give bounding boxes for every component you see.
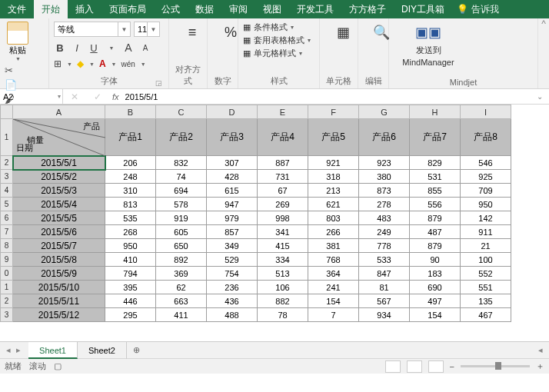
data-cell[interactable]: 979 (207, 211, 258, 225)
data-cell[interactable]: 62 (156, 281, 207, 294)
product-header[interactable]: 产品8 (461, 119, 511, 156)
data-cell[interactable]: 266 (308, 225, 359, 239)
col-header[interactable]: F (308, 105, 359, 119)
col-header[interactable]: E (258, 105, 308, 119)
data-cell[interactable]: 694 (156, 184, 207, 198)
col-header[interactable]: D (207, 105, 258, 119)
data-cell[interactable]: 533 (359, 253, 410, 267)
data-cell[interactable]: 615 (207, 184, 258, 198)
date-cell[interactable]: 2015/5/2 (13, 170, 105, 184)
dialog-launcher-icon[interactable]: ◲ (155, 79, 162, 87)
data-cell[interactable]: 778 (359, 239, 410, 253)
data-cell[interactable]: 488 (207, 308, 258, 322)
data-cell[interactable]: 334 (258, 253, 308, 267)
data-cell[interactable]: 803 (308, 211, 359, 225)
col-header[interactable]: A (13, 105, 105, 119)
paste-button[interactable]: 粘贴 ▼ (5, 22, 31, 61)
data-cell[interactable]: 154 (308, 294, 359, 308)
row-header[interactable]: 1 (1, 281, 13, 294)
data-cell[interactable]: 236 (207, 281, 258, 294)
data-cell[interactable]: 892 (156, 253, 207, 267)
formula-input[interactable]: 2015/5/1 (122, 92, 537, 101)
data-cell[interactable]: 709 (461, 184, 511, 198)
data-cell[interactable]: 74 (156, 170, 207, 184)
data-cell[interactable]: 529 (207, 253, 258, 267)
data-cell[interactable]: 998 (258, 211, 308, 225)
data-cell[interactable]: 341 (258, 225, 308, 239)
data-cell[interactable]: 410 (105, 253, 156, 267)
row-header[interactable]: 4 (1, 184, 13, 198)
data-cell[interactable]: 310 (105, 184, 156, 198)
data-cell[interactable]: 295 (105, 308, 156, 322)
data-cell[interactable]: 605 (156, 225, 207, 239)
sheet-tab-2[interactable]: Sheet2 (78, 342, 127, 359)
name-box[interactable]: A2▾ (0, 89, 63, 105)
zoom-slider[interactable] (461, 365, 530, 367)
data-cell[interactable]: 567 (359, 294, 410, 308)
tab-diy[interactable]: DIY工具箱 (394, 0, 452, 18)
worksheet-grid[interactable]: ABCDEFGHI1 产品销量日期产品1产品2产品3产品4产品5产品6产品7产品… (0, 105, 549, 341)
fx-icon[interactable]: fx (109, 92, 122, 101)
data-cell[interactable]: 415 (258, 239, 308, 253)
increase-font-button[interactable]: A (122, 42, 135, 54)
data-cell[interactable]: 21 (461, 239, 511, 253)
data-cell[interactable]: 364 (308, 267, 359, 281)
tab-developer[interactable]: 开发工具 (289, 0, 341, 18)
data-cell[interactable]: 663 (156, 294, 207, 308)
data-cell[interactable]: 307 (207, 156, 258, 170)
data-cell[interactable]: 395 (105, 281, 156, 294)
data-cell[interactable]: 950 (105, 239, 156, 253)
cell-styles-button[interactable]: ▦单元格样式▾ (243, 48, 314, 59)
tab-home[interactable]: 开始 (34, 0, 68, 18)
data-cell[interactable]: 7 (308, 308, 359, 322)
data-cell[interactable]: 513 (258, 267, 308, 281)
data-cell[interactable]: 873 (359, 184, 410, 198)
row-header[interactable]: 0 (1, 267, 13, 281)
date-cell[interactable]: 2015/5/6 (13, 225, 105, 239)
col-header[interactable]: B (105, 105, 156, 119)
data-cell[interactable]: 67 (258, 184, 308, 198)
tab-file[interactable]: 文件 (0, 0, 34, 18)
data-cell[interactable]: 467 (461, 308, 511, 322)
data-cell[interactable]: 241 (308, 281, 359, 294)
send-to-mindmanager-button[interactable]: ▣▣ 发送到 MindManager (394, 22, 463, 76)
decrease-font-button[interactable]: A (139, 44, 151, 52)
data-cell[interactable]: 556 (410, 198, 461, 211)
row-header[interactable]: 9 (1, 253, 13, 267)
data-cell[interactable]: 546 (461, 156, 511, 170)
row-header[interactable]: 3 (1, 308, 13, 322)
row-header[interactable]: 8 (1, 239, 13, 253)
zoom-out-button[interactable]: − (450, 362, 454, 371)
view-layout-button[interactable] (407, 360, 422, 373)
data-cell[interactable]: 925 (461, 170, 511, 184)
col-header[interactable]: G (359, 105, 410, 119)
data-cell[interactable]: 349 (207, 239, 258, 253)
row-header[interactable]: 7 (1, 225, 13, 239)
product-header[interactable]: 产品6 (359, 119, 410, 156)
add-sheet-button[interactable]: ⊕ (127, 345, 146, 355)
data-cell[interactable]: 690 (410, 281, 461, 294)
col-header[interactable]: C (156, 105, 207, 119)
date-cell[interactable]: 2015/5/1 (13, 156, 105, 170)
data-cell[interactable]: 879 (410, 211, 461, 225)
data-cell[interactable]: 318 (308, 170, 359, 184)
date-cell[interactable]: 2015/5/10 (13, 281, 105, 294)
data-cell[interactable]: 855 (410, 184, 461, 198)
col-header[interactable]: I (461, 105, 511, 119)
col-header[interactable]: H (410, 105, 461, 119)
data-cell[interactable]: 497 (410, 294, 461, 308)
data-cell[interactable]: 268 (105, 225, 156, 239)
data-cell[interactable]: 535 (105, 211, 156, 225)
data-cell[interactable]: 81 (359, 281, 410, 294)
data-cell[interactable]: 381 (308, 239, 359, 253)
tell-me[interactable]: 💡告诉我 (457, 3, 499, 16)
data-cell[interactable]: 950 (461, 198, 511, 211)
product-header[interactable]: 产品2 (156, 119, 207, 156)
border-button[interactable]: ⊞ (54, 58, 62, 69)
row-header[interactable]: 1 (1, 119, 13, 156)
data-cell[interactable]: 847 (359, 267, 410, 281)
data-cell[interactable]: 436 (207, 294, 258, 308)
data-cell[interactable]: 934 (359, 308, 410, 322)
data-cell[interactable]: 921 (308, 156, 359, 170)
tab-data[interactable]: 数据 (188, 0, 221, 18)
